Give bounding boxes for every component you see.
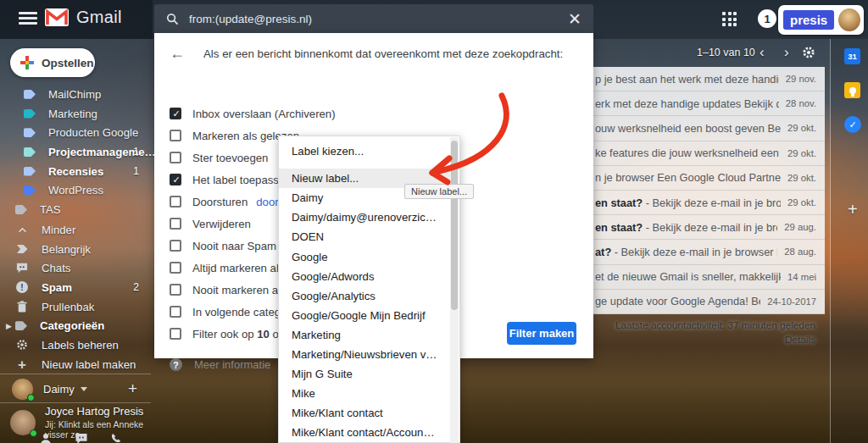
pagination-label: 1–10 van 10: [697, 47, 755, 58]
spam-icon: !: [15, 280, 29, 294]
create-filter-button[interactable]: Filter maken: [507, 322, 576, 345]
tasks-icon[interactable]: ✓: [844, 116, 861, 133]
label-tag-icon: [24, 90, 36, 99]
checkbox[interactable]: ✓: [170, 240, 181, 252]
label-tag-icon: [24, 147, 36, 157]
dropdown-item[interactable]: DOEN: [279, 227, 451, 246]
sidebar-item-categorieen[interactable]: ▶ Categorieën: [0, 316, 151, 335]
label-tag-icon: [24, 128, 36, 137]
pagination-next-icon[interactable]: ›: [784, 44, 789, 61]
details-link[interactable]: Details: [785, 334, 815, 346]
dropdown-item[interactable]: Daimy/daimy@urenoverzic…: [279, 208, 451, 227]
email-date: 24-10-2017: [767, 296, 816, 307]
calendar-icon[interactable]: 31: [844, 48, 860, 64]
sidebar-item-prullenbak[interactable]: Prullenbak: [0, 297, 151, 317]
label-tag-icon: [24, 109, 36, 119]
divider: [0, 374, 151, 374]
compose-label: Opstellen: [42, 57, 94, 69]
sidebar-item-chats[interactable]: Chats: [0, 258, 151, 278]
email-row[interactable]: n je browser Een Google Cloud Partner di…: [593, 166, 825, 191]
search-input[interactable]: from:(update@presis.nl): [189, 13, 568, 25]
compose-button[interactable]: Opstellen: [10, 48, 95, 77]
email-row[interactable]: ouw werksnelheid een boost geven Bekij… …: [593, 116, 825, 141]
checkbox[interactable]: ✓: [170, 218, 181, 230]
email-row[interactable]: erk met deze handige updates Bekijk dez……: [593, 91, 825, 116]
add-account-icon[interactable]: +: [128, 379, 137, 398]
email-date: 14 mei: [787, 272, 816, 282]
sidebar-item-belangrijk[interactable]: Belangrijk: [0, 240, 151, 259]
email-row[interactable]: en staat? - Bekijk deze e-mail in je bro…: [593, 215, 825, 240]
dropdown-item[interactable]: Marketing: [279, 325, 451, 345]
hamburger-menu-icon[interactable]: [19, 12, 37, 25]
checkbox[interactable]: ✓: [170, 306, 181, 318]
sidebar-item-spam[interactable]: ! Spam 2: [0, 278, 151, 297]
sidebar-item-nieuw-label[interactable]: + Nieuw label maken: [0, 355, 151, 374]
dropdown-item[interactable]: Google: [279, 246, 451, 266]
account-brand-box[interactable]: presis: [778, 5, 864, 35]
divider: [0, 402, 151, 403]
email-row[interactable]: ke features die jouw werksnelheid een b……: [593, 141, 825, 166]
email-row[interactable]: p je best aan het werk met deze handige …: [593, 67, 825, 91]
settings-gear-icon[interactable]: [802, 46, 815, 59]
plus-icon: +: [15, 357, 29, 371]
dropdown-item[interactable]: Mike/Klant contact/Accoun…: [279, 423, 451, 442]
apps-grid-icon[interactable]: [722, 12, 737, 26]
pagination-prev-icon[interactable]: ‹: [760, 44, 765, 61]
dropdown-item[interactable]: Google/Adwords: [279, 267, 451, 286]
sidebar-label-item[interactable]: Producten Google: [0, 123, 151, 142]
trash-icon: [15, 300, 29, 313]
chat-bubble-icon: [15, 262, 29, 275]
unread-count: 1: [133, 165, 139, 177]
dropdown-item[interactable]: Marketing/Nieuwsbrieven v…: [279, 345, 451, 364]
gmail-logo-icon: [44, 8, 70, 27]
dropdown-item[interactable]: Mike: [279, 384, 451, 403]
dropdown-item[interactable]: Label kiezen...: [279, 141, 451, 161]
contacts-icon[interactable]: [39, 433, 53, 443]
sidebar-label-item[interactable]: MailChimp: [0, 85, 151, 104]
unread-count: 1: [133, 146, 139, 158]
sidebar-label-item[interactable]: TAS: [0, 200, 151, 219]
email-date: 29 okt.: [787, 148, 816, 158]
email-row[interactable]: at? - Bekijk deze e-mail in je browser E…: [593, 240, 825, 264]
sidebar-label-item[interactable]: WordPress: [0, 180, 151, 200]
checkbox[interactable]: ✓: [170, 196, 181, 208]
hangouts-bar: [39, 433, 123, 443]
checkbox[interactable]: ✓: [170, 152, 181, 163]
filter-option-row: ✓ Inbox overslaan (Archiveren): [170, 102, 344, 125]
sidebar-label-item[interactable]: Projectmanageme… 1: [0, 142, 151, 162]
checkbox[interactable]: ✓: [170, 328, 181, 340]
email-row[interactable]: ge update voor Google Agenda! Bekijk d… …: [593, 290, 825, 314]
close-search-icon[interactable]: ✕: [568, 11, 581, 27]
dropdown-item[interactable]: Mike/Klant contact: [279, 403, 451, 423]
email-date: 29 aug.: [784, 222, 816, 232]
checkbox[interactable]: ✓: [170, 284, 181, 296]
get-addons-plus-icon[interactable]: +: [848, 200, 858, 219]
back-arrow-icon[interactable]: ←: [170, 45, 185, 63]
account-switcher[interactable]: Daimy +: [0, 376, 151, 401]
checkbox[interactable]: ✓: [170, 174, 181, 186]
profile-avatar[interactable]: [838, 8, 860, 31]
dropdown-item[interactable]: Mijn G Suite: [279, 364, 451, 384]
sidebar-label-item[interactable]: Recensies 1: [0, 162, 151, 181]
sidebar-label-item[interactable]: Marketing: [0, 104, 151, 124]
keep-icon[interactable]: [844, 82, 860, 98]
email-row[interactable]: en staat? - Bekijk deze e-mail in je bro…: [593, 191, 825, 215]
email-date: 28 nov.: [786, 98, 816, 108]
sidebar-item-minder[interactable]: Minder: [0, 220, 151, 240]
search-bar[interactable]: from:(update@presis.nl) ✕: [154, 4, 593, 33]
dropdown-item[interactable]: Google/Google Mijn Bedrijf: [279, 306, 451, 325]
checkbox[interactable]: ✓: [170, 108, 181, 119]
phone-icon[interactable]: [110, 433, 123, 443]
more-info[interactable]: ? Meer informatie: [170, 358, 270, 371]
expand-arrow-icon[interactable]: ▶: [6, 322, 12, 330]
email-row[interactable]: et de nieuwe Gmail is sneller, makkelijk…: [593, 265, 825, 290]
dropdown-item[interactable]: Google/Analytics: [279, 286, 451, 306]
checkbox[interactable]: ✓: [170, 262, 181, 274]
notification-badge[interactable]: 1: [758, 9, 776, 28]
sidebar-item-labels-beheren[interactable]: Labels beheren: [0, 335, 151, 355]
scrollbar-thumb[interactable]: [451, 141, 458, 310]
help-icon: ?: [170, 358, 182, 371]
chat-icon[interactable]: [75, 433, 88, 443]
checkbox[interactable]: ✓: [170, 130, 181, 141]
avatar: [10, 410, 36, 435]
